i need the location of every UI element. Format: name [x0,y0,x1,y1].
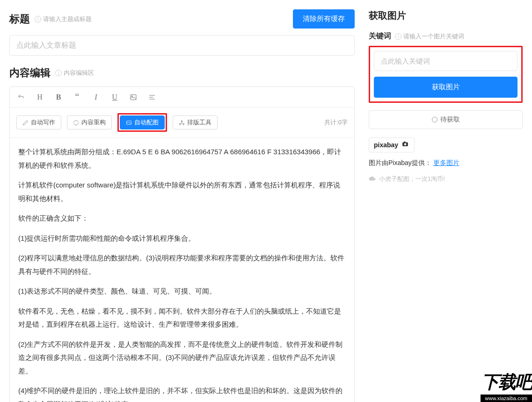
more-images-link[interactable]: 更多图片 [433,159,459,166]
restructure-button[interactable]: 内容重构 [67,115,112,129]
action-toolbar: 自动写作 内容重构 自动配图 排版工具 共计:0字 [10,108,354,138]
quote-icon[interactable]: “ [73,92,82,102]
cloud-icon [369,176,376,183]
format-toolbar: H B “ I U [10,87,354,108]
clear-cache-button[interactable]: 清除所有缓存 [293,9,355,29]
image-panel: 获取图片 关键词 i 请输入一个图片关键词 获取图片 待获取 pixabay 图… [369,9,523,402]
auto-image-highlight: 自动配图 [117,113,167,132]
paragraph: (2)生产方式不同的软件是开发，是人类智能的高发挥，而不是传统意义上的硬件制造。… [18,338,346,378]
align-icon[interactable] [147,93,157,101]
editor: H B “ I U 自动写作 内容重构 [9,86,355,402]
footer-hint: 小虎子配图，一次1淘币! [369,175,523,183]
italic-icon[interactable]: I [91,93,101,101]
auto-write-button[interactable]: 自动写作 [16,115,61,129]
pending-status: 待获取 [369,110,523,129]
info-icon: i [395,33,401,40]
auto-image-button[interactable]: 自动配图 [120,115,165,129]
editor-content[interactable]: 整个计算机系统由两部分组成：E.69DA 5 E 6 BA 9062616964… [10,138,354,402]
paragraph: (4)维护不同的硬件是旧的，理论上软件是旧的，并不坏，但实际上软件也是旧的和坏的… [18,384,346,402]
underline-icon[interactable]: U [110,93,119,101]
image-credit: 图片由Pixabay提供： 更多图片 [369,159,523,167]
heading-icon[interactable]: H [35,93,44,101]
fetch-image-button[interactable]: 获取图片 [374,77,517,98]
content-label: 内容编辑 [9,66,51,80]
content-header: 内容编辑 i 内容编辑区 [9,66,355,80]
paragraph: 整个计算机系统由两部分组成：E.69DA 5 E 6 BA 9062616964… [18,145,346,172]
svg-point-7 [404,143,407,145]
title-label: 标题 [9,12,30,26]
pixabay-badge: pixabay [369,137,415,152]
content-hint: i 内容编辑区 [55,69,94,77]
article-title-input[interactable] [9,35,355,56]
camera-icon [401,141,409,149]
paragraph: 软件的正确含义如下： [18,212,346,225]
keyword-input[interactable] [374,51,517,71]
circle-icon [432,117,437,122]
title-hint: i 请输入主题或标题 [35,15,92,23]
keyword-header: 关键词 i 请输入一个图片关键词 [369,31,523,41]
image-panel-title: 获取图片 [369,9,523,22]
paragraph: (2)程序可以满意地处理信息的数据结构。(3)说明程序功能要求和程序需要的文档的… [18,251,346,278]
paragraph: 计算机软件(computer software)是指计算机系统中除硬件以外的所有… [18,179,346,205]
info-icon: i [55,70,62,76]
undo-icon[interactable] [16,93,26,101]
image-icon[interactable] [129,93,138,101]
paragraph: (1)表达形式不同的硬件类型、颜色、味道、可见、可摸、可闻。 [18,285,346,298]
paragraph: 软件看不见，无色，枯燥，看不见，摸不到，闻不到。软件大部分存在于人们的头脑或纸上… [18,305,346,331]
title-header: 标题 i 请输入主题或标题 清除所有缓存 [9,9,355,29]
svg-rect-0 [131,94,136,100]
info-icon: i [35,16,41,22]
keyword-hint: i 请输入一个图片关键词 [395,32,464,41]
left-panel: 标题 i 请输入主题或标题 清除所有缓存 内容编辑 i 内容编辑区 [9,9,355,402]
keyword-highlight: 获取图片 [369,46,523,103]
keyword-label: 关键词 [369,31,391,41]
svg-rect-8 [404,142,406,143]
bold-icon[interactable]: B [54,93,63,101]
paragraph: (1)提供运行时所需功能和性能的命令或计算机程序集合。 [18,232,346,245]
layout-tool-button[interactable]: 排版工具 [173,115,218,129]
word-count: 共计:0字 [324,118,348,127]
